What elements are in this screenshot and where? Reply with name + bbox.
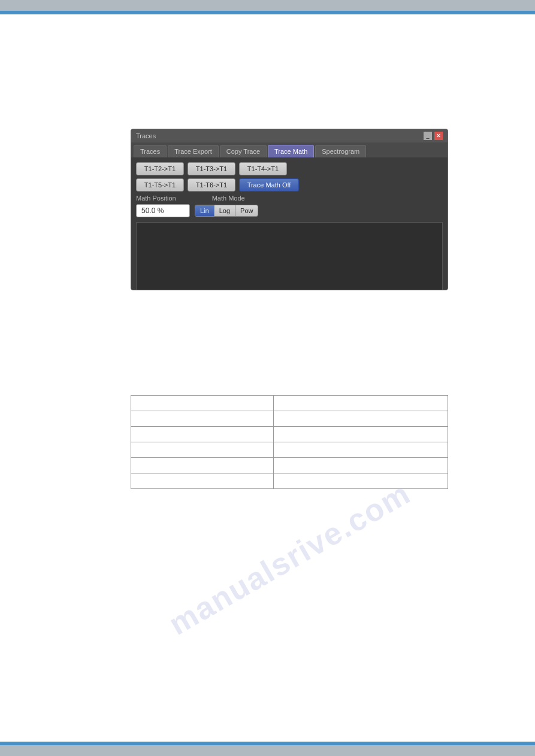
table-cell bbox=[274, 473, 448, 489]
close-button[interactable]: ✕ bbox=[434, 132, 443, 140]
tab-copy-trace[interactable]: Copy Trace bbox=[220, 145, 267, 157]
table-container bbox=[131, 395, 448, 489]
traces-window: Traces _ ✕ Traces Trace Export Copy Trac… bbox=[131, 129, 448, 290]
table-cell bbox=[131, 458, 274, 473]
pow-mode-button[interactable]: Pow bbox=[235, 205, 258, 216]
watermark-text: manualsrive.com bbox=[162, 475, 416, 642]
table-cell bbox=[274, 396, 448, 411]
window-titlebar: Traces _ ✕ bbox=[131, 129, 448, 142]
tab-trace-math[interactable]: Trace Math bbox=[268, 145, 314, 157]
watermark: manualsrive.com bbox=[131, 481, 448, 636]
table-cell bbox=[131, 473, 274, 489]
lin-mode-button[interactable]: Lin bbox=[195, 205, 214, 216]
table-row bbox=[131, 411, 448, 427]
table-cell bbox=[131, 442, 274, 458]
table-cell bbox=[274, 458, 448, 473]
window-title: Traces bbox=[136, 132, 156, 139]
table-row bbox=[131, 396, 448, 411]
labels-row: Math Position Math Mode bbox=[136, 195, 443, 202]
bottom-bar-accent bbox=[0, 742, 535, 745]
top-bar bbox=[0, 0, 535, 11]
table-row bbox=[131, 427, 448, 442]
controls-row: Lin Log Pow bbox=[136, 204, 443, 217]
log-mode-button[interactable]: Log bbox=[214, 205, 235, 216]
table-cell bbox=[274, 427, 448, 442]
table-cell bbox=[274, 411, 448, 427]
math-position-input[interactable] bbox=[136, 204, 190, 217]
mode-group: Lin Log Pow bbox=[195, 205, 258, 217]
table-row bbox=[131, 473, 448, 489]
window-controls: _ ✕ bbox=[424, 132, 443, 140]
minimize-button[interactable]: _ bbox=[424, 132, 432, 140]
tab-trace-export[interactable]: Trace Export bbox=[168, 145, 219, 157]
tabs-bar: Traces Trace Export Copy Trace Trace Mat… bbox=[131, 142, 448, 157]
t1-t6-t1-button[interactable]: T1-T6->T1 bbox=[188, 178, 235, 192]
t1-t3-t1-button[interactable]: T1-T3->T1 bbox=[188, 162, 235, 175]
math-mode-label: Math Mode bbox=[212, 195, 245, 202]
t1-t2-t1-button[interactable]: T1-T2->T1 bbox=[136, 162, 184, 175]
t1-t4-t1-button[interactable]: T1-T4->T1 bbox=[239, 162, 287, 175]
graph-area bbox=[136, 222, 443, 290]
window-body: T1-T2->T1 T1-T3->T1 T1-T4->T1 T1-T5->T1 … bbox=[131, 157, 448, 290]
buttons-row-1: T1-T2->T1 T1-T3->T1 T1-T4->T1 bbox=[136, 162, 443, 175]
bottom-bar bbox=[0, 745, 535, 756]
math-position-label: Math Position bbox=[136, 195, 176, 202]
table-cell bbox=[131, 427, 274, 442]
table-cell bbox=[274, 442, 448, 458]
table-cell bbox=[131, 396, 274, 411]
tab-traces[interactable]: Traces bbox=[134, 145, 167, 157]
table-cell bbox=[131, 411, 274, 427]
main-content: Traces _ ✕ Traces Trace Export Copy Trac… bbox=[0, 24, 535, 732]
tab-spectrogram[interactable]: Spectrogram bbox=[315, 145, 366, 157]
table-row bbox=[131, 442, 448, 458]
t1-t5-t1-button[interactable]: T1-T5->T1 bbox=[136, 178, 184, 192]
top-bar-accent bbox=[0, 11, 535, 14]
data-table bbox=[131, 395, 448, 489]
buttons-row-2: T1-T5->T1 T1-T6->T1 Trace Math Off bbox=[136, 178, 443, 192]
table-row bbox=[131, 458, 448, 473]
trace-math-off-button[interactable]: Trace Math Off bbox=[239, 178, 299, 192]
